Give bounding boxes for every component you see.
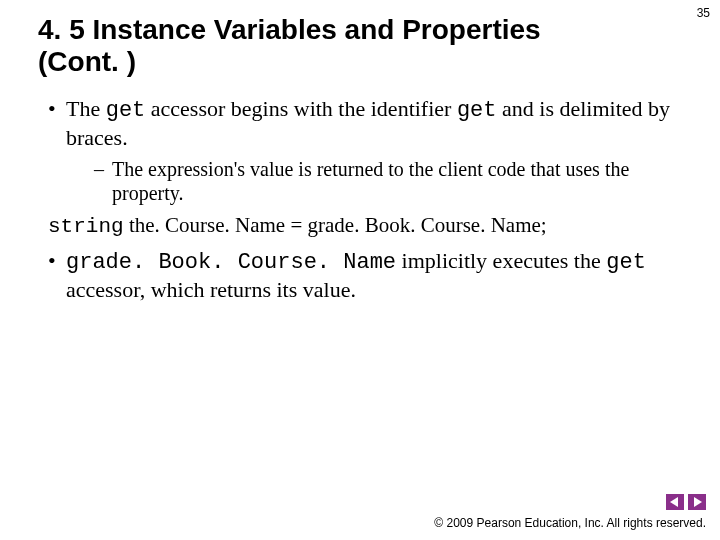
sub-bullet-1: The expression's value is returned to th… [94, 157, 682, 205]
bullet-list: The get accessor begins with the identif… [38, 96, 682, 205]
code-line: string the. Course. Name = grade. Book. … [38, 213, 682, 238]
text: accessor begins with the identifier [145, 96, 457, 121]
svg-marker-0 [670, 497, 678, 507]
nav-controls [666, 494, 706, 510]
page-number: 35 [697, 6, 710, 20]
copyright-footer: © 2009 Pearson Education, Inc. All right… [434, 516, 706, 530]
code-inline: grade. Book. Course. Name [66, 250, 396, 275]
code-inline: get [457, 98, 497, 123]
text: implicitly executes the [396, 248, 606, 273]
text: accessor, which returns its value. [66, 277, 356, 302]
slide: 35 4. 5 Instance Variables and Propertie… [0, 0, 720, 540]
bullet-list-2: grade. Book. Course. Name implicitly exe… [38, 248, 682, 303]
next-button[interactable] [688, 494, 706, 510]
text: The expression's value is returned to th… [112, 158, 629, 204]
code-rest: the. Course. Name = grade. Book. Course.… [124, 213, 547, 237]
code-keyword: string [48, 215, 124, 238]
code-inline: get [106, 98, 146, 123]
code-inline: get [606, 250, 646, 275]
bullet-2: grade. Book. Course. Name implicitly exe… [48, 248, 682, 303]
text: The [66, 96, 106, 121]
triangle-right-icon [692, 497, 702, 507]
sub-bullet-list: The expression's value is returned to th… [66, 157, 682, 205]
svg-marker-1 [694, 497, 702, 507]
slide-title: 4. 5 Instance Variables and Properties (… [38, 14, 578, 78]
triangle-left-icon [670, 497, 680, 507]
prev-button[interactable] [666, 494, 684, 510]
bullet-1: The get accessor begins with the identif… [48, 96, 682, 205]
